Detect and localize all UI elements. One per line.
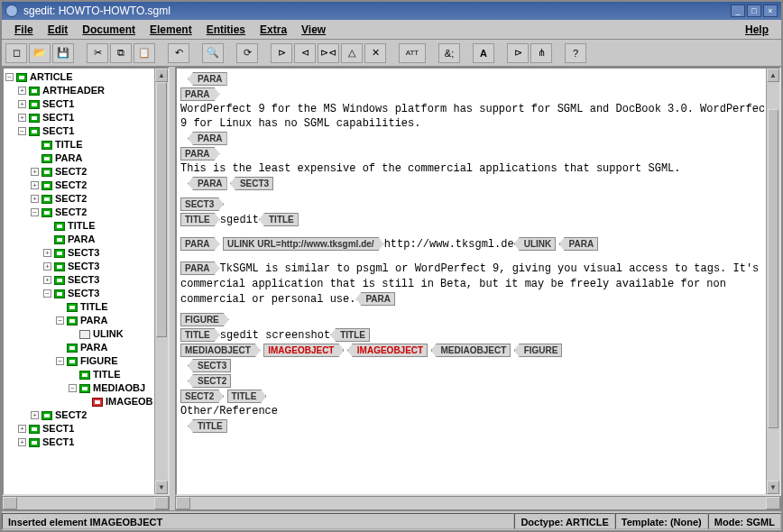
expander-icon[interactable]: + bbox=[31, 181, 39, 189]
text-button[interactable]: A bbox=[473, 43, 494, 63]
tag-para-close[interactable]: PARA bbox=[355, 292, 395, 306]
title-text[interactable]: sgedit bbox=[220, 214, 259, 226]
expander-icon[interactable]: − bbox=[56, 357, 64, 365]
menu-help[interactable]: Help bbox=[738, 22, 776, 38]
body-text[interactable]: Other/Reference bbox=[180, 404, 776, 418]
tree-vscroll[interactable]: ▲▼ bbox=[154, 69, 168, 494]
tree-node[interactable]: +ARTHEADER bbox=[5, 84, 168, 97]
expander-icon[interactable]: + bbox=[18, 425, 26, 433]
tree-node[interactable]: −FIGURE bbox=[5, 354, 168, 368]
expander-icon[interactable]: − bbox=[5, 73, 14, 81]
tag-para-open[interactable]: PARA bbox=[180, 237, 220, 251]
tag-ulink-close[interactable]: ULINK bbox=[514, 237, 557, 251]
new-button[interactable]: ◻ bbox=[5, 43, 27, 63]
menu-extra[interactable]: Extra bbox=[253, 22, 294, 38]
expander-icon[interactable]: + bbox=[31, 411, 39, 419]
title-text[interactable]: sgedit screenshot bbox=[220, 329, 330, 342]
tag-title-open[interactable]: TITLE bbox=[180, 213, 220, 226]
tag-para-open[interactable]: PARA bbox=[180, 87, 220, 101]
tag-del-button[interactable]: ✕ bbox=[364, 43, 386, 63]
copy-button[interactable]: ⧉ bbox=[110, 43, 132, 63]
menu-element[interactable]: Element bbox=[143, 22, 199, 38]
tree-node[interactable]: TITLE bbox=[5, 300, 168, 314]
tree-node[interactable]: ULINK bbox=[5, 327, 168, 341]
tree-node[interactable]: −SECT2 bbox=[5, 206, 168, 219]
expander-icon[interactable]: − bbox=[43, 289, 51, 298]
tree-node[interactable]: −SECT1 bbox=[5, 124, 168, 138]
undo-button[interactable]: ↶ bbox=[168, 43, 189, 63]
tree-node[interactable]: −ARTICLE bbox=[5, 70, 168, 84]
tag-title-open[interactable]: TITLE bbox=[227, 390, 267, 403]
tree-node[interactable]: PARA bbox=[5, 341, 168, 354]
attributes-button[interactable]: ATT bbox=[399, 43, 426, 63]
expander-icon[interactable]: + bbox=[43, 249, 51, 257]
tag-sect3-open[interactable]: SECT3 bbox=[180, 197, 224, 211]
tree-node[interactable]: +SECT1 bbox=[5, 436, 168, 449]
expander-icon[interactable]: + bbox=[18, 87, 26, 95]
menu-document[interactable]: Document bbox=[75, 22, 143, 38]
expander-icon[interactable]: + bbox=[18, 100, 26, 108]
tag-sect3-close[interactable]: SECT3 bbox=[188, 359, 231, 372]
maximize-icon[interactable]: □ bbox=[747, 5, 761, 17]
cut-button[interactable]: ✂ bbox=[87, 43, 108, 63]
tree-node[interactable]: −PARA bbox=[5, 314, 168, 327]
tag-para-close[interactable]: PARA bbox=[188, 72, 227, 86]
tree-node[interactable]: +SECT1 bbox=[5, 422, 168, 436]
menu-edit[interactable]: Edit bbox=[41, 22, 76, 38]
editor-hscroll[interactable] bbox=[175, 496, 781, 510]
tag-para-close[interactable]: PARA bbox=[559, 237, 599, 251]
expander-icon[interactable]: + bbox=[43, 276, 51, 284]
document-tree[interactable]: −ARTICLE+ARTHEADER+SECT1+SECT1−SECT1TITL… bbox=[4, 69, 168, 451]
tag-mediaobject-close[interactable]: MEDIAOBJECT bbox=[431, 344, 511, 357]
save-button[interactable]: 💾 bbox=[52, 43, 74, 63]
tree-node[interactable]: TITLE bbox=[5, 219, 168, 233]
tree-node[interactable]: −SECT3 bbox=[5, 287, 168, 300]
expander-icon[interactable]: − bbox=[31, 208, 39, 216]
menu-entities[interactable]: Entities bbox=[199, 22, 253, 38]
tag-sect2-open[interactable]: SECT2 bbox=[180, 390, 224, 403]
refresh-button[interactable]: ⟳ bbox=[236, 43, 258, 63]
tree-node[interactable]: PARA bbox=[5, 151, 168, 165]
help-button[interactable]: ? bbox=[565, 43, 586, 63]
tree-node[interactable]: +SECT2 bbox=[5, 408, 168, 422]
tree-node[interactable]: IMAGEOB bbox=[5, 395, 168, 408]
tree-toggle-1-button[interactable]: ⊳ bbox=[507, 43, 529, 63]
body-text[interactable]: TkSGML is similar to psgml or WordPerfec… bbox=[180, 262, 772, 306]
entity-button[interactable]: &; bbox=[438, 43, 460, 63]
tree-node[interactable]: −MEDIAOBJ bbox=[5, 381, 168, 395]
find-button[interactable]: 🔍 bbox=[202, 43, 224, 63]
menu-file[interactable]: File bbox=[7, 22, 41, 38]
tag-end-button[interactable]: ⊲ bbox=[294, 43, 316, 63]
tree-node[interactable]: PARA bbox=[5, 233, 168, 246]
tag-figure-open[interactable]: FIGURE bbox=[180, 313, 229, 326]
close-icon[interactable]: × bbox=[763, 5, 778, 17]
tag-title-close[interactable]: TITLE bbox=[188, 419, 227, 433]
body-text[interactable]: This is the least expensive of the comme… bbox=[180, 161, 776, 176]
paste-button[interactable]: 📋 bbox=[134, 43, 155, 63]
tag-figure-close[interactable]: FIGURE bbox=[514, 344, 563, 357]
tag-start-button[interactable]: ⊳ bbox=[271, 43, 292, 63]
tag-para-open[interactable]: PARA bbox=[180, 261, 220, 275]
tag-title-close[interactable]: TITLE bbox=[330, 328, 370, 342]
url-text[interactable]: http://www.tksgml.de bbox=[384, 238, 514, 251]
minimize-icon[interactable]: _ bbox=[731, 5, 745, 17]
tag-title-open[interactable]: TITLE bbox=[180, 328, 220, 342]
expander-icon[interactable]: + bbox=[18, 114, 26, 122]
tag-para-close[interactable]: PARA bbox=[188, 177, 227, 190]
menu-view[interactable]: View bbox=[294, 22, 333, 38]
open-button[interactable]: 📂 bbox=[29, 43, 51, 63]
tag-up-button[interactable]: △ bbox=[341, 43, 363, 63]
expander-icon[interactable]: − bbox=[69, 384, 77, 392]
tree-node[interactable]: +SECT2 bbox=[5, 165, 168, 179]
tree-node[interactable]: +SECT3 bbox=[5, 273, 168, 287]
tree-node[interactable]: TITLE bbox=[5, 368, 168, 381]
expander-icon[interactable]: + bbox=[31, 168, 39, 176]
tree-node[interactable]: +SECT2 bbox=[5, 179, 168, 192]
tree-node[interactable]: +SECT1 bbox=[5, 111, 168, 124]
tag-ulink-open[interactable]: ULINK URL=http://www.tksgml.de/ bbox=[223, 237, 384, 251]
tag-mediaobject-open[interactable]: MEDIAOBJECT bbox=[180, 344, 261, 357]
expander-icon[interactable]: + bbox=[18, 438, 26, 446]
tree-toggle-2-button[interactable]: ⋔ bbox=[530, 43, 552, 63]
tree-node[interactable]: TITLE bbox=[5, 138, 168, 151]
tag-title-close[interactable]: TITLE bbox=[259, 213, 299, 226]
